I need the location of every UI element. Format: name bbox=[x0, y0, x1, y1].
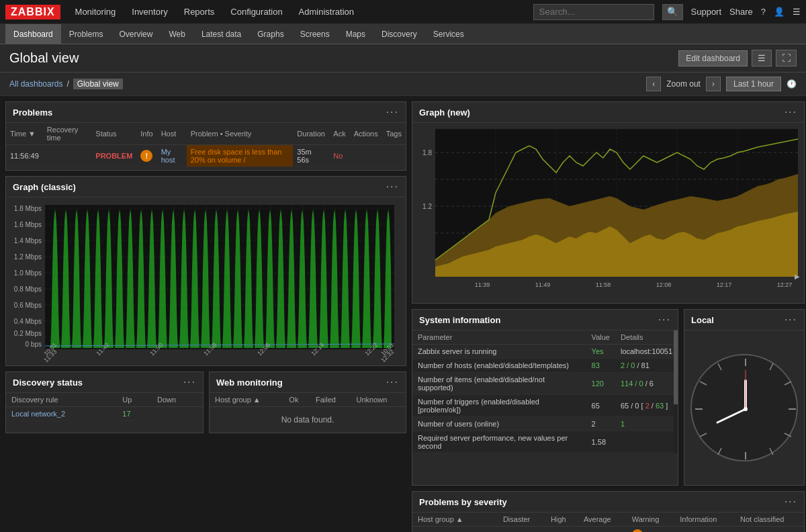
col-recovery[interactable]: Recovery time bbox=[43, 123, 91, 145]
svg-text:11:49: 11:49 bbox=[535, 281, 551, 288]
breadcrumb-all-dashboards[interactable]: All dashboards bbox=[9, 79, 62, 89]
breadcrumb-left: All dashboards / Global view bbox=[9, 79, 123, 89]
share-link[interactable]: Share bbox=[729, 7, 753, 17]
col-tags[interactable]: Tags bbox=[382, 123, 406, 145]
support-link[interactable]: Support bbox=[691, 7, 722, 17]
severity-table-container: Host group ▲ Disaster High Average Warni… bbox=[412, 513, 804, 532]
nav-reports[interactable]: Reports bbox=[176, 0, 223, 24]
subnav-problems[interactable]: Problems bbox=[61, 24, 111, 44]
si-value-2: 120 bbox=[586, 373, 615, 395]
discovery-panel-title: Discovery status bbox=[13, 378, 83, 388]
col-status[interactable]: Status bbox=[91, 123, 136, 145]
subnav-latest-data[interactable]: Latest data bbox=[193, 24, 249, 44]
svg-text:▶: ▶ bbox=[795, 273, 800, 280]
svg-line-96 bbox=[700, 433, 707, 437]
svg-line-93 bbox=[770, 448, 773, 455]
graph-classic-body: 1.8 Mbps 1.6 Mbps 1.4 Mbps 1.2 Mbps 1.0 … bbox=[6, 197, 406, 365]
si-param-2: Number of items (enabled/disabled/not su… bbox=[412, 373, 586, 395]
sysinfo-scroll[interactable]: Parameter Value Details Zabbix server is… bbox=[412, 330, 678, 453]
svg-text:11:39: 11:39 bbox=[475, 281, 490, 288]
nav-configuration[interactable]: Configuration bbox=[222, 0, 290, 24]
svg-point-101 bbox=[744, 407, 748, 411]
sev-col-notclassified: Not classified bbox=[735, 513, 804, 527]
si-col-value: Value bbox=[586, 330, 615, 345]
si-param-0: Zabbix server is running bbox=[412, 345, 586, 359]
svg-text:1.6 Mbps: 1.6 Mbps bbox=[14, 221, 42, 228]
disc-rule[interactable]: Local network_2 bbox=[6, 407, 117, 421]
col-time[interactable]: Time ▼ bbox=[6, 123, 43, 145]
nav-administration[interactable]: Administration bbox=[291, 0, 362, 24]
col-actions[interactable]: Actions bbox=[350, 123, 382, 145]
system-local-row: System information ··· Parameter Value D… bbox=[412, 309, 805, 486]
graph-new-body: 1.8 1.2 ▶ 11:39 11:49 11:58 12:08 12:17 … bbox=[412, 123, 804, 303]
problems-panel-header: Problems ··· bbox=[6, 102, 406, 123]
nav-inventory[interactable]: Inventory bbox=[124, 0, 175, 24]
si-value-3: 65 bbox=[586, 395, 615, 417]
problems-panel-menu[interactable]: ··· bbox=[386, 106, 399, 118]
fullscreen-button[interactable]: ⛶ bbox=[776, 50, 797, 66]
local-panel-menu[interactable]: ··· bbox=[785, 314, 797, 326]
svg-text:0.4 Mbps: 0.4 Mbps bbox=[14, 318, 42, 325]
discovery-panel-menu[interactable]: ··· bbox=[183, 376, 196, 388]
time-range-button[interactable]: Last 1 hour bbox=[726, 77, 781, 91]
subnav-services[interactable]: Services bbox=[425, 24, 472, 44]
scrollbar-track bbox=[674, 330, 678, 453]
edit-dashboard-button[interactable]: Edit dashboard bbox=[678, 50, 748, 66]
discovery-table-container: Discovery rule Up Down Local network_2 1… bbox=[6, 393, 203, 421]
svg-text:0 bps: 0 bps bbox=[26, 341, 42, 348]
user-icon[interactable]: 👤 bbox=[774, 7, 785, 17]
web-monitor-table: Host group ▲ Ok Failed Unknown bbox=[210, 393, 406, 407]
view-list-button[interactable]: ☰ bbox=[752, 50, 772, 66]
col-info[interactable]: Info bbox=[136, 123, 156, 145]
graph-new-header: Graph (new) ··· bbox=[412, 102, 804, 123]
si-d1-green: 2 / 0 bbox=[621, 361, 635, 369]
subnav-maps[interactable]: Maps bbox=[338, 24, 373, 44]
col-host[interactable]: Host bbox=[157, 123, 187, 145]
web-monitor-menu[interactable]: ··· bbox=[386, 376, 399, 388]
si-d3-bracket: ] bbox=[666, 402, 668, 410]
sev-col-hostgroup[interactable]: Host group ▲ bbox=[412, 513, 498, 527]
severity-menu[interactable]: ··· bbox=[785, 496, 797, 508]
disc-col-down: Down bbox=[152, 393, 203, 407]
zoom-next-button[interactable]: › bbox=[706, 77, 721, 91]
local-panel-title: Local bbox=[691, 315, 714, 325]
sev-row0-disaster bbox=[498, 527, 545, 533]
subnav-discovery[interactable]: Discovery bbox=[373, 24, 425, 44]
col-problem[interactable]: Problem • Severity bbox=[187, 123, 294, 145]
sysinfo-menu[interactable]: ··· bbox=[658, 314, 671, 326]
scrollbar-thumb[interactable] bbox=[674, 330, 678, 404]
problem-ack[interactable]: No bbox=[329, 145, 349, 167]
graph-new-menu[interactable]: ··· bbox=[785, 106, 797, 118]
disc-up[interactable]: 17 bbox=[117, 407, 152, 421]
problem-host[interactable]: My host bbox=[157, 145, 187, 167]
problem-info: ! bbox=[136, 145, 156, 167]
graph-classic-svg: 1.8 Mbps 1.6 Mbps 1.4 Mbps 1.2 Mbps 1.0 … bbox=[11, 202, 398, 363]
web-monitor-title: Web monitoring bbox=[216, 378, 283, 388]
severity-title: Problems by severity bbox=[419, 497, 507, 507]
sysinfo-table: Parameter Value Details Zabbix server is… bbox=[412, 330, 678, 453]
nav-monitoring[interactable]: Monitoring bbox=[67, 0, 124, 24]
svg-text:1.0 Mbps: 1.0 Mbps bbox=[14, 269, 42, 277]
subnav-web[interactable]: Web bbox=[161, 24, 193, 44]
col-duration[interactable]: Duration bbox=[293, 123, 329, 145]
subnav-graphs[interactable]: Graphs bbox=[249, 24, 292, 44]
logo: ZABBIX bbox=[5, 5, 60, 19]
search-input[interactable] bbox=[533, 4, 654, 20]
sev-row0-group[interactable]: Discovered hosts bbox=[412, 527, 498, 533]
col-ack[interactable]: Ack bbox=[329, 123, 349, 145]
graph-classic-menu[interactable]: ··· bbox=[386, 181, 399, 193]
svg-text:12:08: 12:08 bbox=[656, 281, 672, 288]
web-no-data: No data found. bbox=[210, 407, 406, 433]
table-row: Number of users (online) 2 1 bbox=[412, 417, 678, 431]
disc-down bbox=[152, 407, 203, 421]
si-details-0: localhost:10051 bbox=[615, 345, 678, 359]
help-icon[interactable]: ? bbox=[761, 7, 766, 17]
subnav-overview[interactable]: Overview bbox=[111, 24, 161, 44]
web-col-hostgroup[interactable]: Host group ▲ bbox=[210, 393, 283, 407]
search-button[interactable]: 🔍 bbox=[662, 4, 683, 20]
menu-icon[interactable]: ☰ bbox=[793, 7, 801, 17]
subnav-dashboard[interactable]: Dashboard bbox=[5, 24, 61, 44]
si-details-1: 2 / 0 / 81 bbox=[615, 359, 678, 373]
subnav-screens[interactable]: Screens bbox=[292, 24, 338, 44]
zoom-prev-button[interactable]: ‹ bbox=[646, 77, 661, 91]
